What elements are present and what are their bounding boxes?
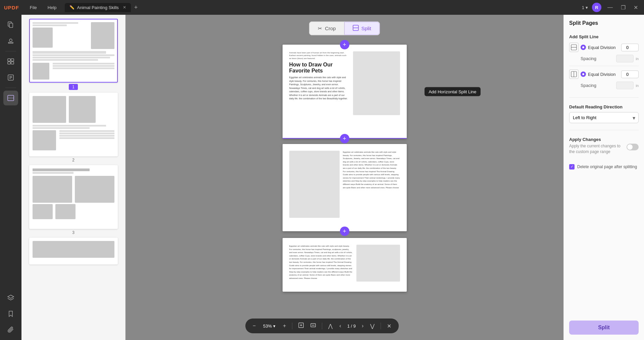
svg-rect-7 (11, 62, 14, 64)
tab-edit-icon: ✏️ (69, 5, 75, 10)
svg-point-2 (9, 39, 12, 42)
user-avatar[interactable]: R (592, 3, 601, 12)
right-panel: Split Pages Add Split Line Equal Divisio… (563, 15, 644, 340)
page-body-text: Egyptian art celebrates animals like cat… (289, 76, 349, 101)
split-action-button[interactable]: Split (569, 321, 639, 335)
direction-select-wrapper: Left to Right Right to Left Top to Botto… (569, 112, 639, 123)
horizontal-spacing-input[interactable] (616, 55, 634, 62)
bottom-separator-3 (381, 323, 381, 329)
tab-close-button[interactable]: ✕ (123, 5, 126, 10)
apply-changes-desc: Apply the current changes to the custom … (569, 143, 627, 155)
horizontal-division-input[interactable] (621, 44, 639, 51)
first-page-button[interactable]: ⋀ (326, 322, 335, 331)
thumbnail-item-1[interactable]: 1 (26, 19, 121, 90)
direction-section-label: Default Reading Direction (569, 104, 639, 109)
sidebar-icon-bookmark[interactable] (3, 306, 18, 321)
sidebar-icon-paperclip[interactable] (3, 323, 18, 337)
split-label: Split (361, 26, 371, 31)
vertical-spacing-row: Spacing in (581, 82, 639, 89)
vertical-split-icon (569, 69, 579, 79)
sidebar-divider-1 (5, 51, 16, 51)
split-handle-middle[interactable]: + (340, 134, 349, 143)
sidebar-icon-organize[interactable] (3, 54, 18, 69)
page-body-text-3: Egyptian art celebrates animals like cat… (289, 245, 353, 280)
sidebar-icon-split[interactable] (3, 91, 18, 105)
thumbnail-item-3[interactable]: 3 (26, 165, 121, 235)
vertical-equal-label: Equal Division (588, 72, 619, 77)
page-image-palette (356, 245, 400, 282)
close-window-button[interactable]: ✕ (632, 4, 640, 11)
crop-label: Crop (325, 26, 336, 31)
left-sidebar (0, 15, 21, 340)
thumbnail-panel: 1 2 (21, 15, 126, 340)
vertical-division-row: Equal Division (569, 69, 639, 79)
reading-direction-section: Default Reading Direction Left to Right … (569, 104, 639, 123)
doc-page-2: Egyptian art celebrates animals like cat… (283, 238, 407, 292)
next-page-button[interactable]: › (360, 322, 365, 330)
thumbnail-image-2 (29, 93, 118, 156)
sidebar-icon-edit[interactable] (3, 70, 18, 85)
page-header-text: Animals have been part of human art from… (289, 51, 349, 60)
horizontal-equal-label: Equal Division (588, 45, 619, 50)
updf-logo: UPDF (4, 5, 19, 10)
sidebar-icon-layers[interactable] (3, 290, 18, 305)
minimize-button[interactable]: — (605, 4, 615, 11)
delete-original-label: Delete original page after splitting (577, 164, 637, 169)
topbar-right: 1 ▾ R — ❐ ✕ (582, 3, 640, 12)
horizontal-division-row: Equal Division (569, 43, 639, 52)
menu-file[interactable]: File (27, 4, 40, 11)
thumbnail-number-1: 1 (69, 84, 78, 90)
sidebar-divider-2 (5, 88, 16, 88)
apply-toggle[interactable] (627, 144, 639, 150)
close-toolbar-button[interactable]: ✕ (385, 322, 393, 331)
thumbnail-number-3: 3 (72, 230, 75, 235)
prev-page-button[interactable]: ‹ (337, 322, 343, 330)
add-split-line-section: Add Split Line Equal Division Spacing in (569, 34, 639, 91)
fit-width-button[interactable] (308, 321, 318, 331)
zoom-level-display[interactable]: 53% ▾ (260, 323, 278, 329)
topbar: UPDF File Help ✏️ Animal Painting Skills… (0, 0, 644, 15)
last-page-button[interactable]: ⋁ (368, 322, 377, 331)
fit-page-button[interactable] (296, 321, 306, 331)
tab-document[interactable]: ✏️ Animal Painting Skills ✕ (65, 3, 131, 12)
vertical-radio[interactable] (581, 71, 586, 77)
svg-rect-5 (11, 59, 14, 61)
bottom-separator-1 (292, 323, 292, 329)
apply-changes-label: Apply Changes (569, 137, 627, 142)
zoom-out-button[interactable]: − (251, 322, 258, 330)
page-content-1: Animals have been part of human art from… (283, 45, 407, 139)
divider-1 (569, 66, 639, 66)
crop-icon: ✂ (318, 26, 322, 32)
thumbnail-item-2[interactable]: 2 (26, 93, 121, 162)
bottom-toolbar: − 53% ▾ + ⋀ ‹ 1 / 9 › ⋁ ✕ (245, 319, 399, 333)
sidebar-icon-stamp[interactable] (3, 34, 18, 48)
split-handle-bottom[interactable]: + (340, 227, 349, 236)
zoom-in-button[interactable]: + (281, 322, 288, 330)
restore-button[interactable]: ❐ (619, 4, 628, 11)
split-tooltip: Add Horizontal Split Line (425, 87, 480, 96)
add-tab-button[interactable]: + (132, 3, 140, 12)
doc-page-1-bottom: Egyptian art celebrates animals like cat… (283, 144, 407, 231)
delete-original-checkbox[interactable] (569, 164, 575, 169)
vertical-division-input[interactable] (621, 70, 639, 78)
page-count-indicator[interactable]: 1 ▾ (582, 5, 588, 10)
page-title-text: How to Draw OurFavorite Pets (289, 62, 349, 74)
tab-bar: ✏️ Animal Painting Skills ✕ + (65, 3, 577, 12)
current-page-display: 1 / 9 (346, 324, 357, 329)
thumbnail-number-2: 2 (72, 158, 75, 162)
vertical-spacing-label: Spacing (581, 83, 614, 88)
horizontal-spacing-label: Spacing (581, 56, 614, 61)
svg-rect-4 (8, 59, 10, 61)
sidebar-icon-pages[interactable] (3, 17, 18, 32)
direction-select[interactable]: Left to Right Right to Left Top to Botto… (569, 112, 639, 123)
vertical-spacing-input[interactable] (616, 82, 634, 89)
tab-label: Animal Painting Skills (77, 5, 119, 10)
split-handle-top[interactable]: + (340, 40, 349, 49)
thumbnail-item-4[interactable] (26, 238, 121, 264)
page-content-1-bottom: Egyptian art celebrates animals like cat… (283, 144, 407, 231)
menu-help[interactable]: Help (45, 4, 59, 11)
horizontal-radio[interactable] (581, 45, 586, 50)
bottom-separator-2 (322, 323, 322, 329)
crop-button[interactable]: ✂ Crop (309, 22, 344, 35)
split-button[interactable]: Split (344, 22, 380, 35)
